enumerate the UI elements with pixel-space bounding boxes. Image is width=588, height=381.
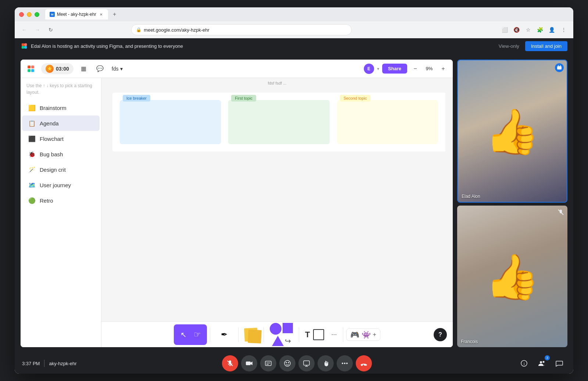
cursor-tool[interactable]: ↖ xyxy=(177,326,190,343)
more-tools-button[interactable]: ··· xyxy=(329,331,340,338)
forward-button[interactable]: → xyxy=(32,25,43,35)
figma-comment-button[interactable]: 💬 xyxy=(94,63,106,75)
video-panel-elad: 👍 Elad Alon xyxy=(457,60,567,203)
camera-button[interactable] xyxy=(241,355,257,371)
help-button[interactable]: ? xyxy=(434,328,447,341)
second-topic-column: Second topic xyxy=(337,100,438,144)
chat-button[interactable] xyxy=(553,357,566,370)
zoom-level[interactable]: 9% xyxy=(422,66,437,71)
pen-section[interactable]: ✒ xyxy=(213,323,235,346)
cast-icon[interactable]: ⬜ xyxy=(500,25,510,35)
figma-timer[interactable]: ⭐ 03:00 xyxy=(41,63,74,74)
panel-item-user-journey[interactable]: 🗺️ User journey xyxy=(22,177,100,193)
figma-topbar-right: E ▾ Share − 9% + xyxy=(364,64,448,74)
figma-bottom-toolbar: ↖ ☞ ✒ xyxy=(101,321,453,347)
participants-button[interactable]: 3 xyxy=(535,357,548,370)
more-options-button[interactable] xyxy=(337,355,353,371)
elad-name: Elad Alon xyxy=(462,194,480,199)
figma-view-toggle[interactable]: ▦ xyxy=(78,63,90,75)
browser-toolbar-icons: ⬜ 🔇 ☆ 🧩 👤 ⋮ xyxy=(500,25,569,35)
zoom-in-button[interactable]: + xyxy=(438,64,448,74)
plugin-icon-1: 🎮 xyxy=(350,330,359,339)
captions-button[interactable] xyxy=(260,355,276,371)
figma-zoom-controls: − 9% + xyxy=(410,64,448,74)
plugin-add-icon[interactable]: + xyxy=(373,331,376,338)
panel-hint: Use the ↑ ↓ keys to pick a starting layo… xyxy=(21,82,101,100)
emoji-button[interactable] xyxy=(279,355,295,371)
panel-item-flowchart[interactable]: ⬛ Flowchart xyxy=(22,131,100,146)
plugins-section[interactable]: 🎮 👾 + xyxy=(346,328,380,341)
panel-item-brainstorm[interactable]: 🟨 Brainstorm xyxy=(22,100,100,115)
figma-file-name[interactable]: fds ▾ xyxy=(112,66,123,72)
bookmark-icon[interactable]: ☆ xyxy=(523,25,534,35)
figma-share-button[interactable]: Share xyxy=(382,64,407,74)
frame-tool-icon[interactable] xyxy=(313,329,324,340)
panel-item-retro[interactable]: 🟢 Retro xyxy=(22,193,100,208)
svg-point-16 xyxy=(284,360,290,366)
ice-breaker-column: Ice breaker xyxy=(120,100,221,144)
figma-logo-button[interactable] xyxy=(25,63,37,75)
flowchart-label: Flowchart xyxy=(40,136,64,142)
tab-close-button[interactable]: ✕ xyxy=(98,12,104,17)
bug-bash-label: Bug bash xyxy=(40,151,63,157)
mute-tab-icon[interactable]: 🔇 xyxy=(512,25,522,35)
url-bar[interactable]: 🔒 meet.google.com/aky-hzpk-ehr xyxy=(131,24,352,35)
text-tool-icon[interactable]: T xyxy=(305,330,310,339)
cursor-tool-section[interactable]: ↖ ☞ xyxy=(174,324,207,345)
svg-rect-3 xyxy=(24,46,27,49)
hand-tool[interactable]: ☞ xyxy=(191,326,204,343)
sticky-notes-section[interactable] xyxy=(241,327,261,343)
minimize-window-button[interactable] xyxy=(27,12,32,17)
sticky-notes-icon-group xyxy=(244,328,258,341)
maximize-window-button[interactable] xyxy=(35,12,39,17)
install-join-button[interactable]: Install and join xyxy=(525,41,567,51)
notification-text: Edal Alon is hosting an activity using F… xyxy=(31,43,499,49)
user-chevron[interactable]: ▾ xyxy=(377,66,379,71)
timer-avatar: ⭐ xyxy=(46,65,54,73)
panel-item-bug-bash[interactable]: 🐞 Bug bash xyxy=(22,146,100,162)
active-tab[interactable]: M Meet - aky-hzpk-ehr ✕ xyxy=(45,9,108,19)
panel-item-agenda[interactable]: 📋 Agenda xyxy=(22,115,100,131)
francois-mute-icon xyxy=(557,209,564,216)
info-button[interactable]: i xyxy=(517,357,531,370)
pen-tool[interactable]: ✒ xyxy=(216,324,232,345)
end-call-button[interactable] xyxy=(356,355,372,371)
profile-icon[interactable]: 👤 xyxy=(547,25,557,35)
brainstorm-label: Brainstorm xyxy=(40,105,67,111)
close-window-button[interactable] xyxy=(19,12,24,17)
arrow-shape-icon: ↪ xyxy=(285,337,291,345)
svg-point-28 xyxy=(543,361,545,363)
new-tab-button[interactable]: + xyxy=(110,9,120,19)
panel-item-design-crit[interactable]: 🪄 Design crit xyxy=(22,162,100,177)
present-button[interactable] xyxy=(298,355,315,371)
bottom-right-controls: i 3 xyxy=(517,357,566,370)
plugin-icon-2: 👾 xyxy=(362,330,371,339)
figma-canvas[interactable]: fdsf fsdf ... Ice breaker First topic Se… xyxy=(101,78,453,347)
brainstorm-icon: 🟨 xyxy=(28,104,36,112)
mic-button[interactable] xyxy=(222,355,238,371)
back-button[interactable]: ← xyxy=(19,25,29,35)
svg-rect-12 xyxy=(246,362,251,365)
timer-text: 03:00 xyxy=(56,66,69,72)
shapes-section[interactable]: ↪ xyxy=(267,321,296,347)
view-only-label[interactable]: View-only xyxy=(499,43,519,49)
reload-button[interactable]: ↻ xyxy=(46,25,56,35)
extensions-icon[interactable]: 🧩 xyxy=(535,25,545,35)
rect-shape-icon xyxy=(283,323,293,333)
retro-icon: 🟢 xyxy=(28,196,36,204)
title-bar: M Meet - aky-hzpk-ehr ✕ + xyxy=(15,7,573,21)
sticky-note-2 xyxy=(248,330,262,343)
svg-rect-4 xyxy=(28,65,31,68)
tab-favicon: M xyxy=(50,12,55,17)
separator-3 xyxy=(263,327,264,342)
canvas-label: fdsf fsdf ... xyxy=(268,81,287,85)
separator-1 xyxy=(210,327,210,342)
text-section[interactable]: T xyxy=(302,328,327,342)
tab-title: Meet - aky-hzpk-ehr xyxy=(57,12,96,17)
address-bar: ← → ↻ 🔒 meet.google.com/aky-hzpk-ehr ⬜ 🔇… xyxy=(15,21,573,38)
raise-hand-button[interactable] xyxy=(318,355,334,371)
figma-user-avatar[interactable]: E xyxy=(364,64,374,74)
design-crit-icon: 🪄 xyxy=(28,165,36,174)
menu-icon[interactable]: ⋮ xyxy=(559,25,569,35)
zoom-out-button[interactable]: − xyxy=(410,64,420,74)
